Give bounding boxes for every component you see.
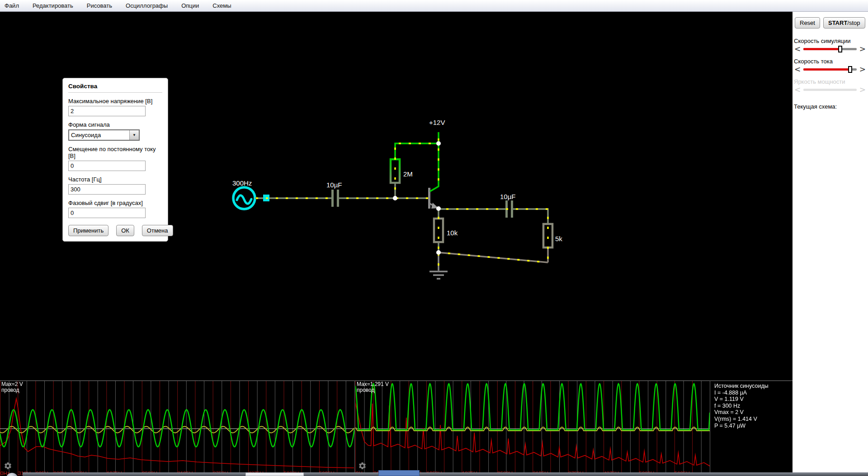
scope-middle-header: Max=1.291 Vпровод	[357, 381, 389, 393]
phase-shift-input[interactable]	[68, 208, 146, 218]
slider-right-arrow[interactable]: >	[859, 67, 866, 71]
power-brightness-slider: < >	[794, 86, 866, 93]
reset-button[interactable]: Reset	[795, 17, 820, 29]
menu-item-2[interactable]: Редактировать	[26, 0, 80, 11]
menu-item-6[interactable]: Схемы	[206, 0, 238, 11]
resistor-bias-2M[interactable]: 2M	[391, 159, 413, 183]
selection-info-panel: Источник синусоиды I = -4.888 µA V = 1.1…	[714, 383, 769, 429]
power-brightness-label: Яркость мощности	[794, 78, 866, 85]
current-speed-slider[interactable]: < >	[794, 66, 866, 73]
ac-source[interactable]: 300Hz	[232, 179, 269, 209]
r-bias-label: 2M	[403, 170, 413, 178]
info-line: V = 1.119 V	[714, 396, 769, 403]
taskbar-item-active	[378, 470, 420, 476]
dc-offset-label: Смещение по постоянному току [В]	[68, 146, 162, 159]
menu-item-5[interactable]: Опции	[175, 0, 206, 11]
taskbar-edge	[23, 472, 868, 476]
current-dots	[256, 132, 548, 270]
current-speed-thumb[interactable]	[848, 66, 852, 73]
sim-speed-track[interactable]	[803, 48, 857, 50]
current-circuit-label: Текущая схема:	[794, 103, 866, 110]
waveform-select[interactable]: Синусоида ▼	[68, 129, 140, 141]
cap-in-label: 10µF	[326, 181, 342, 189]
wire-bias[interactable]	[395, 132, 439, 198]
capacitor-output[interactable]: 10µF	[500, 193, 516, 218]
slider-left-arrow: <	[794, 87, 801, 92]
ground[interactable]	[429, 271, 448, 279]
sim-speed-label: Скорость симуляции	[794, 38, 866, 44]
control-sidebar: Reset START/stop Скорость симуляции < > …	[793, 12, 868, 476]
capacitor-input[interactable]: 10µF	[326, 181, 342, 207]
menu-item-1[interactable]: Файл	[5, 0, 26, 11]
taskbar-item	[245, 472, 304, 476]
waveform-select-value: Синусоида	[69, 130, 129, 140]
current-speed-label: Скорость тока	[794, 58, 866, 65]
info-line: f = 300 Hz	[714, 403, 769, 409]
slider-right-arrow[interactable]: >	[859, 47, 866, 51]
sim-speed-slider[interactable]: < >	[794, 45, 866, 52]
start-stop-button[interactable]: START/stop	[823, 17, 865, 29]
info-line: Vmax = 2 V	[714, 409, 769, 416]
frequency-input[interactable]	[68, 184, 146, 195]
apply-button[interactable]: Применить	[68, 225, 108, 236]
r-emitter-label: 10k	[447, 229, 458, 237]
max-voltage-label: Максимальное напряжение [В]	[68, 98, 162, 105]
transistor-npn[interactable]	[428, 186, 439, 209]
slider-right-arrow: >	[859, 87, 866, 92]
info-line: I = -4.888 µA	[714, 390, 769, 396]
menu-bar: ФайлРедактироватьРисоватьОсциллографыОпц…	[0, 0, 868, 12]
cancel-button[interactable]: Отмена	[142, 225, 173, 236]
info-line: P = 5.47 µW	[714, 423, 769, 429]
chevron-down-icon[interactable]: ▼	[129, 130, 139, 140]
dc-offset-input[interactable]	[68, 161, 146, 171]
phase-shift-label: Фазовый сдвиг [в градусах]	[68, 200, 162, 206]
current-speed-track[interactable]	[803, 68, 857, 71]
scope-settings-gear-icon[interactable]	[358, 462, 367, 470]
power-brightness-track	[803, 89, 857, 91]
scope-left-header: Max=2 Vпровод	[1, 381, 23, 393]
circuit-simulator-app: { "menu": { "items": ["Файл", "Редактиро…	[0, 0, 868, 476]
slider-left-arrow[interactable]: <	[794, 67, 801, 71]
info-line: V(rms) = 1.414 V	[714, 416, 769, 423]
cap-out-label: 10µF	[500, 193, 516, 200]
ok-button[interactable]: ОК	[116, 225, 134, 236]
sim-speed-thumb[interactable]	[838, 46, 842, 52]
max-voltage-input[interactable]	[68, 106, 146, 116]
info-title: Источник синусоиды	[714, 383, 769, 390]
frequency-label: Частота [Гц]	[68, 176, 162, 183]
resistor-load-5k[interactable]: 5k	[543, 224, 562, 248]
scope-settings-gear-icon[interactable]	[4, 462, 12, 470]
oscilloscope-canvas[interactable]	[0, 381, 793, 476]
menu-item-4[interactable]: Осциллографы	[119, 0, 175, 11]
resistor-emitter-10k[interactable]: 10k	[434, 219, 458, 242]
menu-item-3[interactable]: Рисовать	[80, 0, 119, 11]
dialog-title: Свойства	[68, 81, 162, 93]
waveform-label: Форма сигнала	[68, 121, 162, 128]
source-frequency-label: 300Hz	[232, 179, 252, 187]
slider-left-arrow[interactable]: <	[794, 47, 801, 51]
sine-glyph	[237, 195, 251, 204]
supply-label: +12V	[429, 119, 445, 126]
r-load-label: 5k	[555, 235, 562, 243]
properties-dialog: Свойства Максимальное напряжение [В] Фор…	[62, 78, 168, 242]
